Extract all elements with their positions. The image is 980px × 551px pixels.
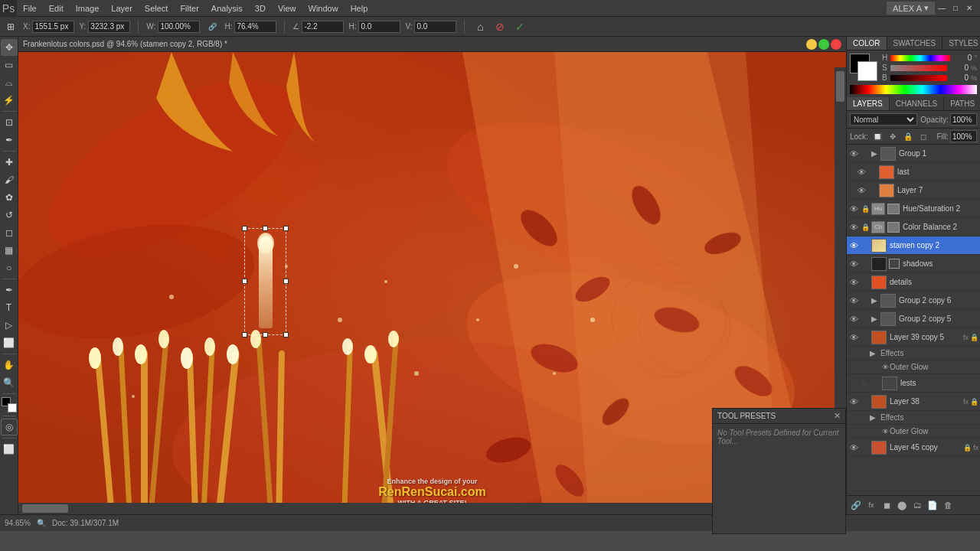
eraser-tool[interactable]: ◻ (1, 224, 18, 241)
layer-item[interactable]: 👁 Layer 39 copy 5 fx 🔒 (847, 328, 980, 347)
close-button[interactable]: ✕ (962, 2, 976, 15)
fg-bg-preview[interactable] (850, 54, 877, 81)
tab-color[interactable]: COLOR (847, 37, 887, 50)
saturation-slider[interactable] (890, 65, 947, 71)
layer-item[interactable]: 👁 🔒 Hu Hue/Saturation 2 (847, 200, 980, 218)
canvas-minimize-btn[interactable]: · (806, 39, 817, 50)
effects-expand-icon[interactable]: ▶ (870, 349, 877, 357)
layer-item[interactable]: 👁 ▶ Group 1 (847, 145, 980, 163)
minimize-button[interactable]: — (935, 2, 949, 15)
brush-tool[interactable]: 🖌 (1, 171, 18, 188)
tab-paths[interactable]: PATHS (944, 97, 980, 110)
expand-icon[interactable]: ▶ (871, 296, 879, 305)
layer-visibility-icon[interactable]: 👁 (848, 314, 859, 324)
canvas-close-btn[interactable]: · (831, 39, 841, 50)
eyedropper-tool[interactable]: ✒ (1, 132, 18, 148)
layer-item[interactable]: ○ lests (847, 374, 980, 393)
hue-slider[interactable] (890, 55, 950, 61)
magic-wand-tool[interactable]: ⚡ (1, 92, 18, 109)
new-layer-button[interactable]: 📄 (926, 498, 939, 512)
layer-visibility-icon[interactable]: 👁 (848, 332, 859, 343)
link-layers-button[interactable]: 🔗 (849, 498, 863, 512)
y-input[interactable] (88, 21, 130, 33)
layer-item[interactable]: 👁 details (847, 273, 980, 292)
fg-bg-colors[interactable] (1, 396, 18, 413)
layer-visibility-icon[interactable]: 👁 (848, 204, 859, 214)
create-group-button[interactable]: 🗂 (910, 498, 924, 512)
user-badge[interactable]: ALEX A ▾ (887, 2, 935, 15)
layer-item[interactable]: 👁 Layer 38 fx 🔒 (847, 393, 980, 411)
vskew-input[interactable] (414, 21, 456, 33)
maximize-button[interactable]: □ (949, 2, 962, 15)
link-icon[interactable]: 🔗 (204, 19, 220, 34)
menu-help[interactable]: Help (345, 0, 374, 16)
history-tool[interactable]: ↺ (1, 207, 18, 223)
tab-layers[interactable]: LAYERS (847, 97, 890, 110)
move-tool[interactable]: ✥ (1, 39, 18, 56)
layer-visibility-icon[interactable]: 👁 (848, 396, 859, 407)
hand-tool[interactable]: ✋ (1, 357, 18, 373)
layer-item[interactable]: 👁 🔒 Cb Color Balance 2 (847, 218, 980, 236)
layer-visibility-icon[interactable]: 👁 (848, 277, 859, 288)
layer-visibility-icon[interactable]: ○ (859, 378, 870, 389)
crop-tool[interactable]: ⊡ (1, 114, 18, 131)
h-input[interactable] (234, 21, 276, 33)
screen-mode-button[interactable]: ⬜ (1, 441, 18, 458)
effects-expand-icon-2[interactable]: ▶ (870, 413, 877, 422)
expand-icon[interactable]: ▶ (871, 149, 879, 158)
gradient-tool[interactable]: ▦ (1, 242, 18, 259)
tab-styles[interactable]: STYLES (942, 37, 980, 50)
lock-artboard-icon[interactable]: ◻ (917, 130, 929, 142)
fill-input[interactable] (950, 130, 977, 142)
menu-view[interactable]: View (272, 0, 302, 16)
dodge-tool[interactable]: ○ (1, 259, 18, 276)
menu-file[interactable]: File (17, 0, 43, 16)
menu-analysis[interactable]: Analysis (205, 0, 249, 16)
lasso-tool[interactable]: ⌓ (1, 74, 18, 91)
layer-visibility-icon[interactable]: 👁 (848, 240, 859, 251)
layer-visibility-icon[interactable]: 👁 (856, 167, 867, 178)
menu-image[interactable]: Image (70, 0, 106, 16)
layer-visibility-icon[interactable]: 👁 (848, 442, 859, 453)
expand-icon[interactable]: ▶ (871, 315, 879, 323)
pen-tool[interactable]: ✒ (1, 282, 18, 298)
add-mask-button[interactable]: ◼ (880, 498, 893, 512)
tab-swatches[interactable]: SWATCHES (887, 37, 943, 50)
layer-visibility-icon[interactable]: 👁 (856, 185, 867, 196)
w-input[interactable] (158, 21, 200, 33)
cancel-transform-icon[interactable]: ⊘ (492, 19, 508, 34)
menu-window[interactable]: Window (302, 0, 345, 16)
menu-3d[interactable]: 3D (249, 0, 272, 16)
zoom-tool[interactable]: 🔍 (1, 374, 18, 391)
background-color[interactable] (858, 61, 877, 81)
marquee-tool[interactable]: ▭ (1, 57, 18, 73)
layer-item[interactable]: 👁 shadows (847, 255, 980, 273)
confirm-transform-icon[interactable]: ✓ (512, 19, 528, 34)
opacity-input[interactable] (950, 113, 977, 126)
color-spectrum-bar[interactable] (850, 85, 977, 94)
add-fx-button[interactable]: fx (864, 498, 878, 512)
angle-input[interactable] (302, 21, 344, 33)
create-adjustment-button[interactable]: ⬤ (895, 498, 909, 512)
tab-channels[interactable]: CHANNELS (890, 97, 944, 110)
layer-visibility-icon[interactable]: 👁 (848, 295, 859, 306)
delete-layer-button[interactable]: 🗑 (941, 498, 955, 512)
menu-select[interactable]: Select (139, 0, 175, 16)
clone-tool[interactable]: ✿ (1, 189, 18, 206)
shape-tool[interactable]: ⬜ (1, 334, 18, 351)
blend-mode-select[interactable]: Normal Multiply Screen Overlay (850, 113, 917, 126)
layer-visibility-icon[interactable]: 👁 (880, 426, 890, 437)
vertical-scroll-thumb[interactable] (836, 71, 844, 102)
layer-item[interactable]: 👁 Layer 45 copy 🔒 fx (847, 439, 980, 457)
brightness-slider[interactable] (890, 75, 947, 81)
layer-item[interactable]: 👁 ▶ Group 2 copy 5 (847, 310, 980, 328)
hskew-input[interactable] (358, 21, 400, 33)
layer-visibility-icon[interactable]: 👁 (880, 362, 890, 373)
path-select-tool[interactable]: ▷ (1, 317, 18, 334)
layer-item[interactable]: 👁 Layer 7 (847, 181, 980, 200)
canvas-zoom-btn[interactable]: · (818, 39, 829, 50)
layer-item[interactable]: 👁 last (847, 163, 980, 181)
layer-visibility-icon[interactable]: 👁 (848, 259, 859, 269)
menu-edit[interactable]: Edit (43, 0, 70, 16)
warp-icon[interactable]: ⌂ (472, 19, 488, 34)
